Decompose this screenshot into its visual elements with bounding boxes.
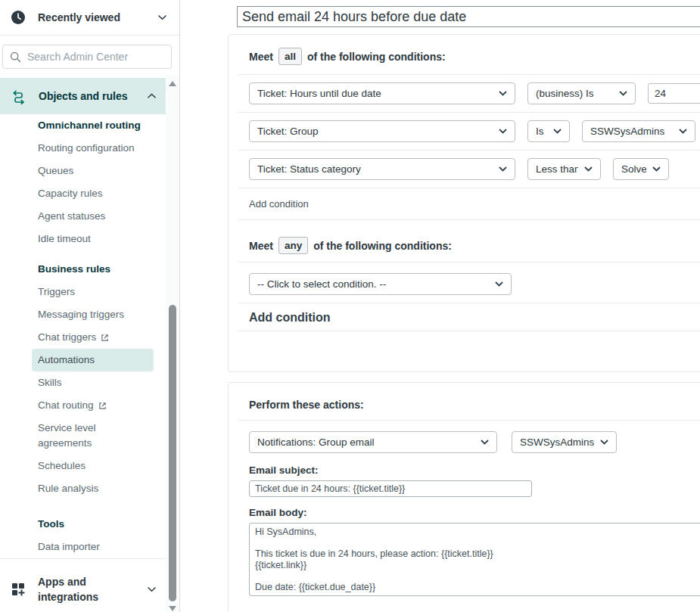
item-label: Routing configuration [38,137,135,160]
select-value: Notifications: Group email [257,436,375,448]
chevron-down-icon [652,166,661,172]
meet-prefix: Meet [249,51,273,63]
sidebar-section-business-rules: Business rules Triggers Messaging trigge… [0,258,166,500]
chevron-down-icon [619,91,627,96]
condition-operator-select[interactable]: Less than [527,158,601,180]
search-icon [10,51,21,65]
meet-any-row: Meet any of the following conditions: [249,220,700,262]
sidebar-item-triggers[interactable]: Triggers [32,281,154,303]
item-label: Agent statuses [38,205,105,228]
recently-viewed-label: Recently viewed [38,11,145,23]
item-label: Capacity rules [38,182,103,205]
select-value: Is [536,126,544,137]
condition-row-empty: -- Click to select condition. -- [249,263,700,303]
sidebar-section-tools: Tools Data importer [0,513,166,558]
add-condition-button[interactable]: Add condition [249,303,700,331]
action-type-select[interactable]: Notifications: Group email [249,431,497,453]
chevron-down-icon [679,129,687,134]
apps-and-integrations-label: Apps and integrations [38,574,135,604]
item-label: Data importer [38,536,100,558]
sidebar-item-apps-and-integrations[interactable]: Apps and integrations [0,559,166,604]
select-value: Ticket: Hours until due date [257,88,381,99]
condition-row: Ticket: Status category Less than Solved [249,151,700,188]
chevron-down-icon [499,166,507,172]
email-subject-input[interactable] [249,480,532,497]
select-value: -- Click to select condition. -- [257,278,386,290]
apps-grid-icon [11,582,26,597]
chevron-up-icon [147,93,157,99]
section-heading-business-rules: Business rules [0,258,166,281]
select-value: Solved [621,163,646,175]
item-label: Schedules [38,455,86,477]
action-target-select[interactable]: SSWSysAdmins [512,431,617,453]
chevron-down-icon [499,129,507,134]
sidebar-item-queues[interactable]: Queues [32,160,154,182]
sidebar-item-service-level-agreements[interactable]: Service level agreements [32,417,130,455]
flow-icon [11,88,27,104]
sidebar-item-chat-triggers[interactable]: Chat triggers [32,326,154,349]
actions-panel: Perform these actions: Notifications: Gr… [228,382,700,612]
chevron-down-icon [157,14,167,20]
email-body-textarea[interactable]: Hi SysAdmins, This ticket is due in 24 h… [249,523,700,596]
condition-field-select[interactable]: Ticket: Group [249,120,515,142]
sidebar-item-rule-analysis[interactable]: Rule analysis [32,477,154,500]
sidebar-section-omnichannel: Omnichannel routing Routing configuratio… [0,114,166,250]
email-subject-label: Email subject: [249,464,700,477]
scrollbar-up-arrow[interactable] [169,81,176,86]
meet-suffix: of the following conditions: [307,51,446,63]
item-label: Idle timeout [38,228,91,250]
search-input[interactable] [2,45,172,69]
condition-row: Ticket: Hours until due date (business) … [249,75,700,112]
chevron-down-icon [495,281,503,287]
select-value: SSWSysAdmins [520,436,594,448]
select-value: Less than [536,163,578,175]
select-value: (business) Is [536,88,594,99]
sidebar-item-objects-and-rules[interactable]: Objects and rules [0,78,166,114]
recently-viewed-button[interactable]: Recently viewed [0,0,179,36]
meet-prefix: Meet [249,240,273,252]
quantifier-any-badge[interactable]: any [278,237,308,254]
sidebar-item-data-importer[interactable]: Data importer [32,536,154,558]
sidebar-item-chat-routing[interactable]: Chat routing [32,394,154,417]
item-label: Skills [38,371,62,394]
sidebar-item-idle-timeout[interactable]: Idle timeout [32,228,154,250]
sidebar-item-messaging-triggers[interactable]: Messaging triggers [32,303,154,326]
item-label: Triggers [38,281,75,303]
sidebar-item-capacity-rules[interactable]: Capacity rules [32,182,154,205]
condition-value-select[interactable]: Solved [613,158,669,180]
chevron-down-icon [499,91,507,96]
scrollbar-thumb[interactable] [169,305,176,601]
sidebar-item-routing-configuration[interactable]: Routing configuration [32,137,154,160]
sidebar-item-skills[interactable]: Skills [32,371,154,394]
objects-and-rules-label: Objects and rules [39,90,135,102]
select-value: Ticket: Status category [257,163,361,175]
sidebar-item-automations[interactable]: Automations [32,349,154,371]
condition-row: Ticket: Group Is SSWSysAdmins [249,113,700,150]
add-condition-link[interactable]: Add condition [249,188,700,219]
item-label: Rule analysis [38,477,98,500]
conditions-panel: Meet all of the following conditions: Ti… [228,34,700,372]
sidebar-item-agent-statuses[interactable]: Agent statuses [32,205,154,228]
condition-field-select[interactable]: Ticket: Status category [249,158,515,180]
divider [238,331,700,331]
condition-field-select[interactable]: Ticket: Hours until due date [249,82,515,104]
select-value: Ticket: Group [257,126,319,137]
section-heading-omnichannel-routing: Omnichannel routing [0,114,166,137]
quantifier-all-badge[interactable]: all [278,48,302,65]
clock-icon [11,10,26,25]
condition-operator-select[interactable]: (business) Is [527,82,636,104]
item-label: Automations [38,349,95,371]
condition-value-input[interactable] [648,83,700,104]
main-content: Meet all of the following conditions: Ti… [180,0,700,612]
condition-value-select[interactable]: SSWSysAdmins [582,120,695,142]
sidebar-scrollbar[interactable] [166,75,179,612]
automation-title-input[interactable] [237,6,700,27]
item-label: Queues [38,160,73,182]
section-heading-tools: Tools [0,513,166,536]
empty-condition-select[interactable]: -- Click to select condition. -- [249,273,512,295]
select-value: SSWSysAdmins [590,126,664,137]
scrollbar-down-arrow[interactable] [169,606,176,611]
sidebar-item-schedules[interactable]: Schedules [32,455,154,477]
condition-operator-select[interactable]: Is [527,120,570,142]
item-label: Chat triggers [38,326,96,349]
